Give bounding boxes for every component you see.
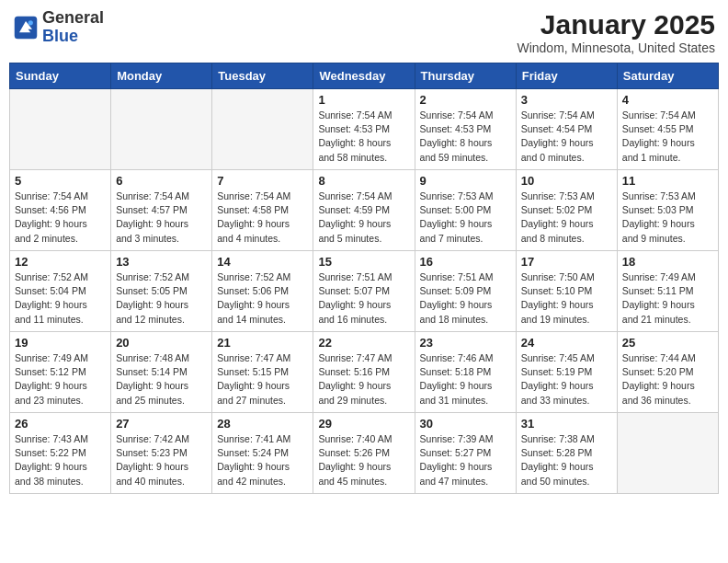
calendar-cell: 31Sunrise: 7:38 AM Sunset: 5:28 PM Dayli… xyxy=(516,413,617,494)
calendar-cell: 7Sunrise: 7:54 AM Sunset: 4:58 PM Daylig… xyxy=(212,170,313,251)
calendar-cell: 25Sunrise: 7:44 AM Sunset: 5:20 PM Dayli… xyxy=(617,332,718,413)
day-number: 16 xyxy=(420,255,511,269)
day-info: Sunrise: 7:53 AM Sunset: 5:02 PM Dayligh… xyxy=(521,190,612,246)
day-number: 2 xyxy=(420,93,511,107)
calendar-cell: 8Sunrise: 7:54 AM Sunset: 4:59 PM Daylig… xyxy=(313,170,415,251)
day-number: 14 xyxy=(217,255,308,269)
title-block: January 2025 Windom, Minnesota, United S… xyxy=(517,9,715,55)
day-number: 17 xyxy=(521,255,612,269)
day-number: 29 xyxy=(318,417,409,431)
day-info: Sunrise: 7:54 AM Sunset: 4:57 PM Dayligh… xyxy=(116,190,207,246)
svg-point-2 xyxy=(28,20,33,25)
day-number: 11 xyxy=(622,174,713,188)
header-monday: Monday xyxy=(111,63,212,89)
calendar-cell: 1Sunrise: 7:54 AM Sunset: 4:53 PM Daylig… xyxy=(313,89,415,170)
day-info: Sunrise: 7:44 AM Sunset: 5:20 PM Dayligh… xyxy=(622,351,713,408)
day-number: 26 xyxy=(15,417,106,431)
calendar-cell: 16Sunrise: 7:51 AM Sunset: 5:09 PM Dayli… xyxy=(415,251,516,332)
page-header: General Blue January 2025 Windom, Minnes… xyxy=(9,9,719,55)
day-info: Sunrise: 7:49 AM Sunset: 5:11 PM Dayligh… xyxy=(622,270,713,327)
calendar-cell: 10Sunrise: 7:53 AM Sunset: 5:02 PM Dayli… xyxy=(516,170,617,251)
logo-text: General Blue xyxy=(42,9,104,46)
week-row-1: 1Sunrise: 7:54 AM Sunset: 4:53 PM Daylig… xyxy=(10,89,719,170)
calendar-cell: 23Sunrise: 7:46 AM Sunset: 5:18 PM Dayli… xyxy=(415,332,516,413)
calendar-cell: 2Sunrise: 7:54 AM Sunset: 4:53 PM Daylig… xyxy=(415,89,516,170)
calendar-table: SundayMondayTuesdayWednesdayThursdayFrid… xyxy=(9,63,719,494)
day-number: 5 xyxy=(15,174,106,188)
calendar-cell: 5Sunrise: 7:54 AM Sunset: 4:56 PM Daylig… xyxy=(10,170,111,251)
header-saturday: Saturday xyxy=(617,63,718,89)
calendar-header-row: SundayMondayTuesdayWednesdayThursdayFrid… xyxy=(10,63,719,89)
calendar-cell: 24Sunrise: 7:45 AM Sunset: 5:19 PM Dayli… xyxy=(516,332,617,413)
day-number: 10 xyxy=(521,174,612,188)
day-number: 31 xyxy=(521,417,612,431)
calendar-cell xyxy=(617,413,718,494)
calendar-cell: 26Sunrise: 7:43 AM Sunset: 5:22 PM Dayli… xyxy=(10,413,111,494)
day-info: Sunrise: 7:51 AM Sunset: 5:09 PM Dayligh… xyxy=(420,270,511,327)
week-row-4: 19Sunrise: 7:49 AM Sunset: 5:12 PM Dayli… xyxy=(10,332,719,413)
day-info: Sunrise: 7:53 AM Sunset: 5:03 PM Dayligh… xyxy=(622,190,713,246)
day-info: Sunrise: 7:42 AM Sunset: 5:23 PM Dayligh… xyxy=(116,432,207,488)
day-info: Sunrise: 7:54 AM Sunset: 4:55 PM Dayligh… xyxy=(622,109,713,165)
day-info: Sunrise: 7:51 AM Sunset: 5:07 PM Dayligh… xyxy=(318,270,409,327)
header-thursday: Thursday xyxy=(415,63,516,89)
day-number: 30 xyxy=(420,417,511,431)
day-info: Sunrise: 7:48 AM Sunset: 5:14 PM Dayligh… xyxy=(116,351,207,408)
day-number: 12 xyxy=(15,255,106,269)
week-row-2: 5Sunrise: 7:54 AM Sunset: 4:56 PM Daylig… xyxy=(10,170,719,251)
day-number: 4 xyxy=(622,93,713,107)
calendar-cell: 14Sunrise: 7:52 AM Sunset: 5:06 PM Dayli… xyxy=(212,251,313,332)
week-row-5: 26Sunrise: 7:43 AM Sunset: 5:22 PM Dayli… xyxy=(10,413,719,494)
logo-icon xyxy=(13,15,39,40)
calendar-cell: 11Sunrise: 7:53 AM Sunset: 5:03 PM Dayli… xyxy=(617,170,718,251)
day-number: 20 xyxy=(116,336,207,350)
calendar-cell: 4Sunrise: 7:54 AM Sunset: 4:55 PM Daylig… xyxy=(617,89,718,170)
calendar-cell: 17Sunrise: 7:50 AM Sunset: 5:10 PM Dayli… xyxy=(516,251,617,332)
logo: General Blue xyxy=(13,9,104,46)
day-info: Sunrise: 7:54 AM Sunset: 4:53 PM Dayligh… xyxy=(420,109,511,165)
calendar-cell: 28Sunrise: 7:41 AM Sunset: 5:24 PM Dayli… xyxy=(212,413,313,494)
day-info: Sunrise: 7:54 AM Sunset: 4:59 PM Dayligh… xyxy=(318,190,409,246)
calendar-cell: 6Sunrise: 7:54 AM Sunset: 4:57 PM Daylig… xyxy=(111,170,212,251)
day-number: 9 xyxy=(420,174,511,188)
day-number: 22 xyxy=(318,336,409,350)
day-number: 23 xyxy=(420,336,511,350)
day-number: 25 xyxy=(622,336,713,350)
calendar-cell: 22Sunrise: 7:47 AM Sunset: 5:16 PM Dayli… xyxy=(313,332,415,413)
day-number: 7 xyxy=(217,174,308,188)
location: Windom, Minnesota, United States xyxy=(517,40,715,55)
header-tuesday: Tuesday xyxy=(212,63,313,89)
day-number: 24 xyxy=(521,336,612,350)
calendar-cell: 12Sunrise: 7:52 AM Sunset: 5:04 PM Dayli… xyxy=(10,251,111,332)
logo-blue: Blue xyxy=(42,27,78,45)
day-number: 8 xyxy=(318,174,409,188)
calendar-cell xyxy=(10,89,111,170)
day-info: Sunrise: 7:39 AM Sunset: 5:27 PM Dayligh… xyxy=(420,432,511,488)
calendar-cell: 30Sunrise: 7:39 AM Sunset: 5:27 PM Dayli… xyxy=(415,413,516,494)
day-info: Sunrise: 7:52 AM Sunset: 5:06 PM Dayligh… xyxy=(217,270,308,327)
calendar-cell: 29Sunrise: 7:40 AM Sunset: 5:26 PM Dayli… xyxy=(313,413,415,494)
day-number: 15 xyxy=(318,255,409,269)
day-number: 1 xyxy=(318,93,409,107)
header-friday: Friday xyxy=(516,63,617,89)
calendar-cell: 3Sunrise: 7:54 AM Sunset: 4:54 PM Daylig… xyxy=(516,89,617,170)
day-info: Sunrise: 7:49 AM Sunset: 5:12 PM Dayligh… xyxy=(15,351,106,408)
day-info: Sunrise: 7:54 AM Sunset: 4:58 PM Dayligh… xyxy=(217,190,308,246)
day-number: 3 xyxy=(521,93,612,107)
week-row-3: 12Sunrise: 7:52 AM Sunset: 5:04 PM Dayli… xyxy=(10,251,719,332)
calendar-cell: 9Sunrise: 7:53 AM Sunset: 5:00 PM Daylig… xyxy=(415,170,516,251)
day-number: 6 xyxy=(116,174,207,188)
calendar-cell: 19Sunrise: 7:49 AM Sunset: 5:12 PM Dayli… xyxy=(10,332,111,413)
day-info: Sunrise: 7:43 AM Sunset: 5:22 PM Dayligh… xyxy=(15,432,106,488)
day-info: Sunrise: 7:46 AM Sunset: 5:18 PM Dayligh… xyxy=(420,351,511,408)
day-info: Sunrise: 7:47 AM Sunset: 5:15 PM Dayligh… xyxy=(217,351,308,408)
day-info: Sunrise: 7:54 AM Sunset: 4:53 PM Dayligh… xyxy=(318,109,409,165)
day-info: Sunrise: 7:50 AM Sunset: 5:10 PM Dayligh… xyxy=(521,270,612,327)
day-info: Sunrise: 7:45 AM Sunset: 5:19 PM Dayligh… xyxy=(521,351,612,408)
day-info: Sunrise: 7:54 AM Sunset: 4:54 PM Dayligh… xyxy=(521,109,612,165)
logo-general: General xyxy=(42,8,104,27)
day-info: Sunrise: 7:54 AM Sunset: 4:56 PM Dayligh… xyxy=(15,190,106,246)
day-info: Sunrise: 7:41 AM Sunset: 5:24 PM Dayligh… xyxy=(217,432,308,488)
day-number: 28 xyxy=(217,417,308,431)
header-sunday: Sunday xyxy=(10,63,111,89)
